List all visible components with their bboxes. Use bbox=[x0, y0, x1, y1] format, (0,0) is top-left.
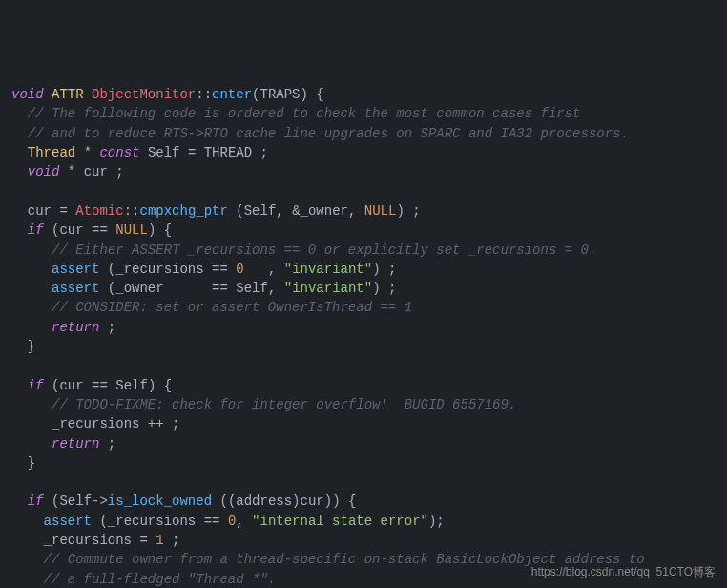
keyword-void: void bbox=[28, 164, 60, 179]
fn-islockowned: is_lock_owned bbox=[108, 494, 212, 509]
string-invariant: "invariant" bbox=[284, 281, 372, 296]
type-attr: ATTR bbox=[52, 87, 84, 102]
ns-atomic: Atomic bbox=[75, 203, 123, 219]
null-literal: NULL bbox=[115, 222, 148, 238]
keyword-if: if bbox=[28, 222, 44, 238]
string-invariant: "invariant" bbox=[284, 262, 372, 277]
number-one: 1 bbox=[156, 533, 163, 548]
code-block: void ATTR ObjectMonitor::enter(TRAPS) { … bbox=[11, 85, 716, 588]
comment: // TODO-FIXME: check for integer overflo… bbox=[52, 397, 516, 412]
comment: // and to reduce RTS->RTO cache line upg… bbox=[28, 126, 629, 141]
fn-assert: assert bbox=[52, 262, 99, 277]
fn-assert: assert bbox=[52, 281, 99, 296]
watermark: https://blog.csdn.net/qq_51CTO博客 bbox=[531, 564, 716, 580]
null-literal: NULL bbox=[364, 203, 397, 219]
keyword-return: return bbox=[52, 436, 99, 452]
fn-enter: enter bbox=[212, 87, 252, 102]
keyword-void: void bbox=[11, 87, 44, 102]
keyword-if: if bbox=[28, 494, 44, 509]
comment: // The following code is ordered to chec… bbox=[28, 106, 581, 121]
class-objectmonitor: ObjectMonitor bbox=[92, 87, 196, 102]
fn-assert: assert bbox=[44, 514, 92, 529]
number-zero: 0 bbox=[236, 262, 243, 277]
comment: // a full-fledged "Thread *". bbox=[44, 572, 277, 587]
keyword-return: return bbox=[52, 320, 99, 335]
comment: // Either ASSERT _recursions == 0 or exp… bbox=[52, 242, 596, 258]
comment: // CONSIDER: set or assert OwnerIsThread… bbox=[52, 300, 412, 315]
keyword-if: if bbox=[28, 378, 44, 393]
type-thread: Thread bbox=[28, 145, 75, 160]
fn-cmpxchg: cmpxchg_ptr bbox=[139, 203, 227, 219]
string-internal-error: "internal state error" bbox=[252, 514, 428, 529]
keyword-const: const bbox=[99, 145, 139, 160]
